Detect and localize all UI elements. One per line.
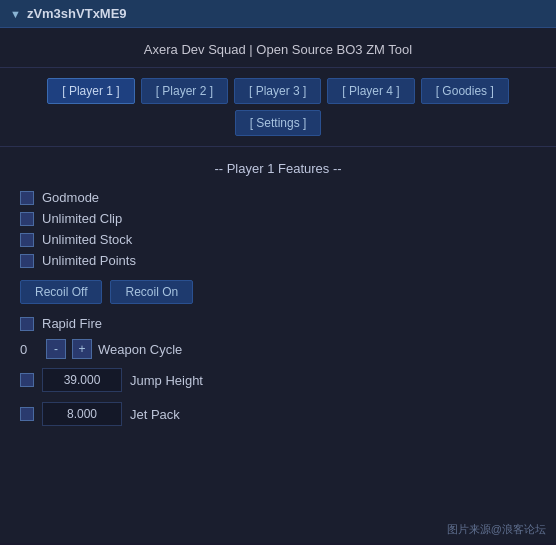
app-header: Axera Dev Squad | Open Source BO3 ZM Too… <box>0 28 556 68</box>
title-bar-arrow: ▼ <box>10 8 21 20</box>
jump-height-row: 39.000 Jump Height <box>0 363 556 397</box>
jump-height-value: 39.000 <box>42 368 122 392</box>
godmode-checkbox[interactable] <box>20 191 34 205</box>
player1-button[interactable]: [ Player 1 ] <box>47 78 134 104</box>
section-title: -- Player 1 Features -- <box>0 151 556 186</box>
list-item: Unlimited Points <box>20 253 536 268</box>
weapon-cycle-minus-button[interactable]: - <box>46 339 66 359</box>
watermark: 图片来源@浪客论坛 <box>447 522 546 537</box>
recoil-off-button[interactable]: Recoil Off <box>20 280 102 304</box>
goodies-button[interactable]: [ Goodies ] <box>421 78 509 104</box>
godmode-label: Godmode <box>42 190 99 205</box>
rapid-fire-checkbox[interactable] <box>20 317 34 331</box>
jet-pack-checkbox[interactable] <box>20 407 34 421</box>
player2-button[interactable]: [ Player 2 ] <box>141 78 228 104</box>
unlimited-points-checkbox[interactable] <box>20 254 34 268</box>
jet-pack-label: Jet Pack <box>130 407 180 422</box>
list-item: Godmode <box>20 190 536 205</box>
list-item: Rapid Fire <box>20 316 536 331</box>
list-item: Unlimited Stock <box>20 232 536 247</box>
jet-pack-row: 8.000 Jet Pack <box>0 397 556 431</box>
unlimited-points-label: Unlimited Points <box>42 253 136 268</box>
recoil-buttons: Recoil Off Recoil On <box>0 272 556 312</box>
weapon-cycle-value: 0 <box>20 342 40 357</box>
features-list: Godmode Unlimited Clip Unlimited Stock U… <box>0 186 556 272</box>
weapon-cycle-label: Weapon Cycle <box>98 342 182 357</box>
player3-button[interactable]: [ Player 3 ] <box>234 78 321 104</box>
weapon-cycle-plus-button[interactable]: + <box>72 339 92 359</box>
jump-height-label: Jump Height <box>130 373 203 388</box>
title-bar-text: zVm3shVTxME9 <box>27 6 127 21</box>
recoil-on-button[interactable]: Recoil On <box>110 280 193 304</box>
rapid-fire-label: Rapid Fire <box>42 316 102 331</box>
unlimited-stock-checkbox[interactable] <box>20 233 34 247</box>
unlimited-clip-checkbox[interactable] <box>20 212 34 226</box>
divider-1 <box>0 146 556 147</box>
nav-buttons: [ Player 1 ] [ Player 2 ] [ Player 3 ] [… <box>0 68 556 142</box>
settings-button[interactable]: [ Settings ] <box>235 110 322 136</box>
player4-button[interactable]: [ Player 4 ] <box>327 78 414 104</box>
jet-pack-value: 8.000 <box>42 402 122 426</box>
unlimited-clip-label: Unlimited Clip <box>42 211 122 226</box>
app-header-text: Axera Dev Squad | Open Source BO3 ZM Too… <box>144 42 412 57</box>
main-container: Axera Dev Squad | Open Source BO3 ZM Too… <box>0 28 556 543</box>
weapon-cycle-row: 0 - + Weapon Cycle <box>0 335 556 363</box>
jump-height-checkbox[interactable] <box>20 373 34 387</box>
rapid-fire-section: Rapid Fire <box>0 312 556 335</box>
unlimited-stock-label: Unlimited Stock <box>42 232 132 247</box>
title-bar: ▼ zVm3shVTxME9 <box>0 0 556 28</box>
list-item: Unlimited Clip <box>20 211 536 226</box>
